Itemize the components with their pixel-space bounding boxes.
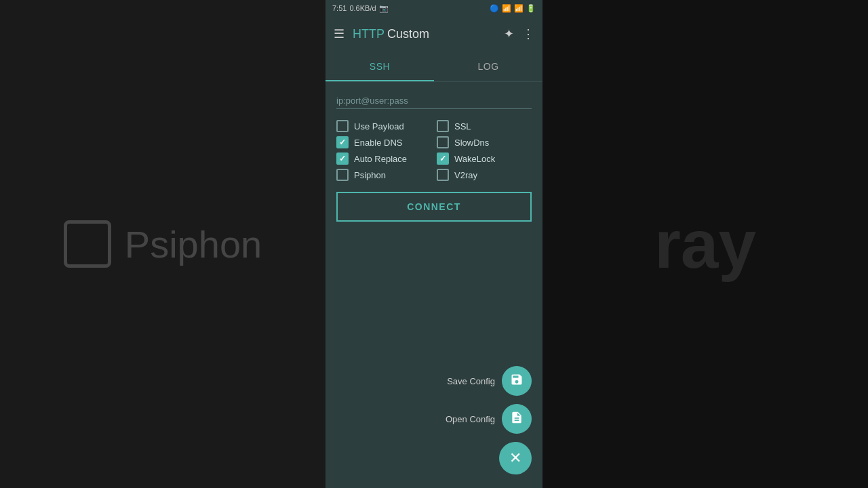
checkbox-v2ray-box	[437, 169, 449, 181]
save-config-row: Save Config	[447, 366, 532, 396]
checkmark-icon: ✓	[339, 155, 346, 163]
open-icon	[510, 411, 524, 428]
main-content: Use Payload SSL ✓ Enable DNS SlowDns	[326, 82, 542, 488]
server-input[interactable]	[336, 93, 532, 109]
checkbox-enable-dns-box: ✓	[336, 136, 349, 148]
checkbox-psiphon-box	[336, 169, 349, 181]
signal-icon: 📶	[514, 4, 524, 13]
open-config-label: Open Config	[446, 414, 495, 424]
status-speed: 0.6KB/d	[349, 4, 376, 12]
checkbox-enable-dns-label: Enable DNS	[354, 138, 403, 148]
checkbox-psiphon[interactable]: Psiphon	[336, 169, 431, 181]
tabs: SSH LOG	[326, 52, 542, 82]
wifi-icon: 📶	[502, 4, 511, 13]
background-right: ray	[542, 0, 868, 488]
bg-icon	[64, 220, 111, 268]
connect-button[interactable]: CONNECT	[336, 192, 532, 222]
checkbox-wakelock[interactable]: ✓ WakeLock	[437, 152, 532, 165]
checkbox-enable-dns[interactable]: ✓ Enable DNS	[336, 136, 431, 148]
open-config-button[interactable]	[502, 404, 532, 434]
checkmark-icon: ✓	[339, 138, 346, 146]
header-custom: Custom	[387, 27, 429, 41]
phone-frame: 7:51 0.6KB/d 📷 🔵 📶 📶 🔋 ☰ HTTP Custom ✦ ⋮…	[326, 0, 542, 488]
save-config-button[interactable]	[502, 366, 532, 396]
bg-right-text: ray	[654, 205, 756, 283]
app-header: ☰ HTTP Custom ✦ ⋮	[326, 16, 542, 52]
close-fab-button[interactable]: ✕	[499, 442, 532, 474]
save-config-label: Save Config	[447, 376, 495, 386]
checkbox-auto-replace-label: Auto Replace	[354, 154, 407, 164]
video-icon: 📷	[379, 4, 389, 13]
checkbox-v2ray-label: V2ray	[454, 170, 477, 180]
more-options-icon[interactable]: ⋮	[522, 26, 534, 41]
checkbox-auto-replace[interactable]: ✓ Auto Replace	[336, 152, 431, 165]
background-left: Psiphon	[0, 0, 326, 488]
header-title: HTTP Custom	[353, 27, 496, 41]
checkbox-slowdns[interactable]: SlowDns	[437, 136, 532, 148]
checkbox-v2ray[interactable]: V2ray	[437, 169, 532, 181]
checkbox-slowdns-label: SlowDns	[454, 138, 489, 148]
status-bar: 7:51 0.6KB/d 📷 🔵 📶 📶 🔋	[326, 0, 542, 16]
bg-left-text: Psiphon	[125, 222, 262, 266]
close-icon: ✕	[509, 449, 521, 467]
checkbox-auto-replace-box: ✓	[336, 152, 349, 165]
input-container	[336, 93, 532, 109]
checkbox-use-payload-label: Use Payload	[354, 121, 404, 131]
tab-ssh[interactable]: SSH	[326, 52, 434, 81]
tab-log[interactable]: LOG	[434, 52, 542, 81]
checkboxes-grid: Use Payload SSL ✓ Enable DNS SlowDns	[336, 120, 532, 181]
checkbox-use-payload-box	[336, 120, 349, 132]
fab-area: Save Config Open Config	[446, 366, 532, 474]
header-http: HTTP	[353, 27, 384, 41]
checkbox-slowdns-box	[437, 136, 449, 148]
status-time: 7:51	[332, 4, 347, 12]
star-icon[interactable]: ✦	[504, 26, 514, 41]
checkbox-use-payload[interactable]: Use Payload	[336, 120, 431, 132]
menu-button[interactable]: ☰	[334, 26, 344, 41]
checkbox-ssl-box	[437, 120, 449, 132]
battery-icon: 🔋	[526, 4, 536, 13]
checkbox-wakelock-box: ✓	[437, 152, 449, 165]
save-icon	[510, 373, 524, 390]
header-icons: ✦ ⋮	[504, 26, 534, 41]
checkbox-wakelock-label: WakeLock	[454, 154, 495, 164]
checkbox-ssl-label: SSL	[454, 121, 471, 131]
checkbox-psiphon-label: Psiphon	[354, 170, 386, 180]
open-config-row: Open Config	[446, 404, 532, 434]
bluetooth-icon: 🔵	[490, 4, 499, 13]
checkmark-icon: ✓	[439, 155, 446, 163]
checkbox-ssl[interactable]: SSL	[437, 120, 532, 132]
